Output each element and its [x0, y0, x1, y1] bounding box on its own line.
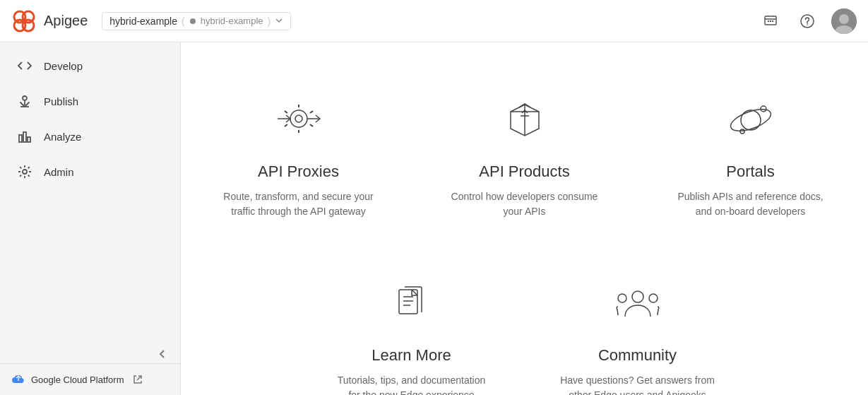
top-cards-grid: API Proxies Route, transform, and secure… — [186, 71, 864, 254]
sidebar-collapse-button[interactable] — [0, 342, 180, 363]
notifications-button[interactable] — [758, 8, 783, 34]
svg-point-33 — [295, 115, 302, 122]
svg-rect-19 — [23, 132, 26, 142]
community-icon — [610, 276, 666, 332]
svg-rect-7 — [768, 20, 769, 22]
svg-point-4 — [190, 18, 196, 24]
svg-point-37 — [741, 110, 761, 130]
app-header: Apigee hybrid-example ( hybrid-example ) — [0, 0, 868, 42]
chevron-down-icon — [275, 16, 283, 27]
svg-rect-20 — [28, 137, 30, 142]
community-title: Community — [598, 346, 677, 365]
sidebar-item-publish[interactable]: Publish — [0, 83, 180, 119]
svg-point-46 — [649, 294, 658, 302]
gcp-icon — [11, 372, 25, 387]
svg-line-29 — [285, 111, 287, 113]
api-products-desc: Control how developers consume your APIs — [447, 189, 602, 219]
svg-line-32 — [310, 111, 313, 113]
svg-line-30 — [310, 124, 313, 126]
code-icon — [17, 58, 32, 73]
gcp-link[interactable]: Google Cloud Platform — [11, 372, 169, 387]
card-api-proxies[interactable]: API Proxies Route, transform, and secure… — [186, 71, 412, 254]
svg-rect-9 — [772, 20, 773, 22]
svg-rect-18 — [19, 135, 22, 142]
card-learn-more[interactable]: Learn More Tutorials, tips, and document… — [299, 254, 525, 395]
external-link-icon — [133, 375, 143, 384]
svg-point-45 — [632, 291, 643, 302]
svg-point-24 — [290, 110, 307, 127]
settings-icon — [17, 164, 32, 179]
sidebar: Develop Publish — [0, 42, 181, 395]
dot-icon — [189, 16, 196, 27]
svg-point-11 — [807, 24, 808, 25]
api-proxies-desc: Route, transform, and secure your traffi… — [221, 189, 376, 219]
learn-more-icon — [384, 276, 440, 332]
svg-point-39 — [761, 106, 766, 112]
app-name: Apigee — [44, 13, 88, 29]
sidebar-item-analyze[interactable]: Analyze — [0, 119, 180, 154]
gcp-label: Google Cloud Platform — [31, 375, 124, 385]
project-name: hybrid-example — [109, 16, 177, 27]
bottom-cards-grid: Learn More Tutorials, tips, and document… — [186, 254, 864, 395]
project-separator: ( — [182, 16, 185, 27]
portals-title: Portals — [726, 163, 774, 181]
logo-area: Apigee — [11, 8, 88, 34]
sidebar-admin-label: Admin — [44, 166, 74, 178]
svg-point-13 — [839, 14, 849, 24]
svg-point-15 — [23, 96, 27, 100]
learn-more-desc: Tutorials, tips, and documentation for t… — [334, 373, 489, 395]
publish-icon — [17, 93, 32, 109]
gcp-footer: Google Cloud Platform — [0, 363, 180, 395]
sidebar-item-develop[interactable]: Develop — [0, 48, 180, 83]
learn-more-title: Learn More — [371, 346, 451, 365]
portals-desc: Publish APIs and reference docs, and on-… — [673, 189, 828, 219]
help-button[interactable] — [795, 8, 820, 34]
card-community[interactable]: Community Have questions? Get answers fr… — [525, 254, 751, 395]
svg-line-23 — [137, 376, 141, 380]
sidebar-analyze-label: Analyze — [44, 131, 81, 143]
sidebar-item-admin[interactable]: Admin — [0, 154, 180, 189]
card-api-products[interactable]: API Products Control how developers cons… — [412, 71, 638, 254]
portals-icon — [723, 92, 779, 148]
apigee-logo-icon — [11, 8, 37, 34]
api-products-icon — [497, 92, 553, 148]
svg-rect-8 — [770, 20, 771, 22]
sidebar-publish-label: Publish — [44, 95, 78, 107]
main-content: API Proxies Route, transform, and secure… — [181, 42, 868, 395]
header-right-actions — [758, 8, 857, 34]
api-proxies-title: API Proxies — [258, 163, 339, 181]
svg-point-40 — [740, 129, 744, 134]
svg-point-47 — [618, 294, 626, 302]
svg-point-21 — [23, 170, 27, 174]
community-desc: Have questions? Get answers from other E… — [560, 373, 715, 395]
api-products-title: API Products — [479, 163, 569, 181]
card-portals[interactable]: Portals Publish APIs and reference docs,… — [638, 71, 864, 254]
bar-chart-icon — [17, 129, 32, 144]
api-proxies-icon — [270, 92, 327, 148]
project-sub-name: hybrid-example — [201, 16, 263, 26]
svg-line-31 — [285, 124, 287, 126]
svg-point-3 — [23, 20, 34, 31]
project-selector[interactable]: hybrid-example ( hybrid-example ) — [102, 12, 291, 30]
sidebar-nav: Develop Publish — [0, 42, 180, 342]
sidebar-develop-label: Develop — [44, 60, 83, 72]
project-close-paren: ) — [268, 16, 271, 27]
user-avatar[interactable] — [831, 8, 857, 34]
main-layout: Develop Publish — [0, 42, 868, 395]
